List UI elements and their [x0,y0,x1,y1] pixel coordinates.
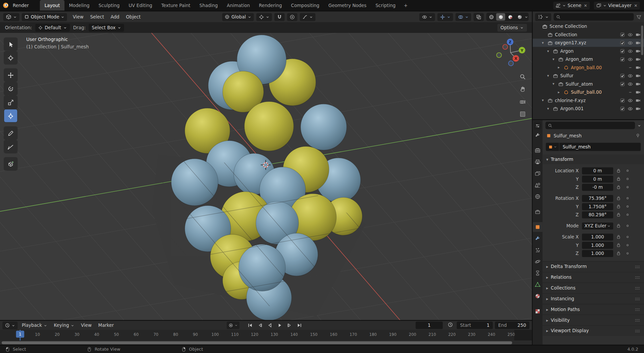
camera-icon[interactable] [635,98,641,103]
checkbox-icon[interactable] [620,81,625,87]
pin-icon[interactable] [635,133,640,138]
properties-tab-tool[interactable] [533,130,542,140]
add-workspace-button[interactable]: + [400,3,411,8]
properties-tab-constraints[interactable] [533,268,542,278]
camera-view-button[interactable] [518,97,526,105]
expand-caret[interactable]: ▾ [551,57,555,61]
frame-tick[interactable]: 240 [488,332,495,337]
scrollbar-thumb[interactable] [2,341,512,344]
play-reverse-button[interactable] [266,322,274,329]
grip-icon[interactable] [635,264,640,270]
snap-target-button[interactable] [256,13,272,21]
lock-icon[interactable] [614,185,622,190]
auto-keying-toggle[interactable] [227,322,239,329]
checkbox-icon[interactable] [620,56,625,62]
checkbox-icon[interactable] [620,98,625,103]
outliner-row-argon-001[interactable]: ▾Argon.001 [533,104,644,113]
timeline-editor-button[interactable] [2,321,17,329]
properties-tab-physics[interactable] [533,257,542,266]
rotation-x-field[interactable]: 75.396° [582,195,613,202]
frame-tick[interactable]: 160 [330,332,337,337]
previous-keyframe-button[interactable] [256,322,264,329]
workspace-tab-modeling[interactable]: Modeling [64,0,94,11]
frame-tick[interactable]: 100 [211,332,219,337]
measure-tool-button[interactable] [4,140,17,153]
frame-tick[interactable]: 90 [193,332,198,337]
outliner-row-scene-collection[interactable]: Scene Collection [533,22,644,30]
camera-icon[interactable] [635,48,641,54]
frame-tick[interactable]: 120 [251,332,258,337]
shading-wireframe-button[interactable] [487,13,496,20]
y-field[interactable]: 1.7508° [582,203,613,210]
viewport-menu-object[interactable]: Object [123,11,144,22]
outliner-row-sulfur-atom[interactable]: ▾Sulfur_atom [533,80,644,88]
y-field[interactable]: 0 m [582,175,613,182]
outliner-editor-button[interactable] [535,13,551,21]
outliner-row-argon[interactable]: ▾Argon [533,47,644,55]
grip-icon[interactable] [635,307,640,312]
outliner-row-oxygen17-xyz[interactable]: ▾oxygen17.xyz [533,39,644,47]
next-keyframe-button[interactable] [285,322,293,329]
object-name-field[interactable]: Sulfur_mesh [559,143,641,151]
chevron-down-icon[interactable] [637,124,641,127]
z-field[interactable]: -0 m [582,184,613,191]
expand-caret[interactable]: ▾ [540,98,545,102]
properties-tab-viewlayer[interactable] [533,169,542,178]
frame-tick[interactable]: 130 [271,332,278,337]
lock-icon[interactable] [614,223,622,228]
lock-icon[interactable] [614,168,622,173]
scale-x-field[interactable]: 1.000 [582,233,613,240]
checkbox-icon[interactable] [620,32,625,37]
drag-mode-dropdown[interactable]: Select Box [89,24,124,31]
overlays-toggle[interactable] [455,13,471,21]
options-dropdown[interactable]: Options [497,24,527,31]
frame-tick[interactable]: 170 [350,332,357,337]
editor-type-button[interactable] [3,13,19,21]
viewport-menu-view[interactable]: View [69,11,87,22]
camera-icon[interactable] [635,32,641,37]
transform-tool-button[interactable] [4,109,17,122]
animate-dot-icon[interactable] [624,234,631,239]
grip-icon[interactable] [635,296,640,302]
viewport-menu-select[interactable]: Select [87,11,107,22]
frame-tick[interactable]: 110 [231,332,238,337]
frame-tick[interactable]: 190 [389,332,396,337]
shading-rendered-button[interactable] [515,13,524,20]
eye-icon[interactable] [628,56,633,62]
jump-to-start-button[interactable] [246,322,254,329]
properties-editor-button[interactable] [534,122,541,129]
properties-tab-object[interactable] [533,222,542,232]
end-frame-field[interactable]: End 250 [495,322,530,329]
section-viewport-display[interactable]: ▸Viewport Display [543,325,644,336]
zoom-button[interactable] [518,73,526,81]
workspace-tab-animation[interactable]: Animation [222,0,255,11]
frame-tick[interactable]: 40 [94,332,99,337]
frame-tick[interactable]: 250 [507,332,515,337]
toggle-perspective-button[interactable] [518,110,526,118]
expand-caret[interactable]: ▾ [540,41,545,45]
section-delta-transform[interactable]: ▸Delta Transform [543,261,644,272]
outliner-scrollbar[interactable] [641,26,643,55]
blender-logo-icon[interactable] [2,2,9,9]
animate-dot-icon[interactable] [624,196,631,201]
mode-field[interactable]: XYZ Euler [582,222,613,229]
play-button[interactable] [276,322,284,329]
start-frame-field[interactable]: Start 1 [457,322,493,329]
expand-caret[interactable]: ▾ [551,82,555,86]
workspace-tab-compositing[interactable]: Compositing [286,0,324,11]
y-field[interactable]: 1.000 [582,241,613,249]
camera-icon[interactable] [635,73,641,78]
checkbox-icon[interactable] [620,73,625,78]
tweak-select-tool-button[interactable] [4,38,17,51]
animate-dot-icon[interactable] [624,185,631,190]
frame-tick[interactable]: 210 [429,332,436,337]
scene-selector[interactable]: Scene ✕ [553,1,590,9]
frame-tick[interactable]: 180 [369,332,377,337]
camera-icon[interactable] [635,106,641,111]
visibility-dropdown[interactable] [419,13,435,21]
unlink-scene-icon[interactable]: ✕ [584,3,587,7]
properties-search-input[interactable] [545,122,635,129]
outliner-row-sulfur-ball-00[interactable]: ▸Sulfur_ball.00 [533,88,644,96]
outliner-row-chlorine-f-xyz[interactable]: ▾chlorine-F.xyz [533,96,644,104]
transform-orientation-selector[interactable]: Global [222,13,254,21]
